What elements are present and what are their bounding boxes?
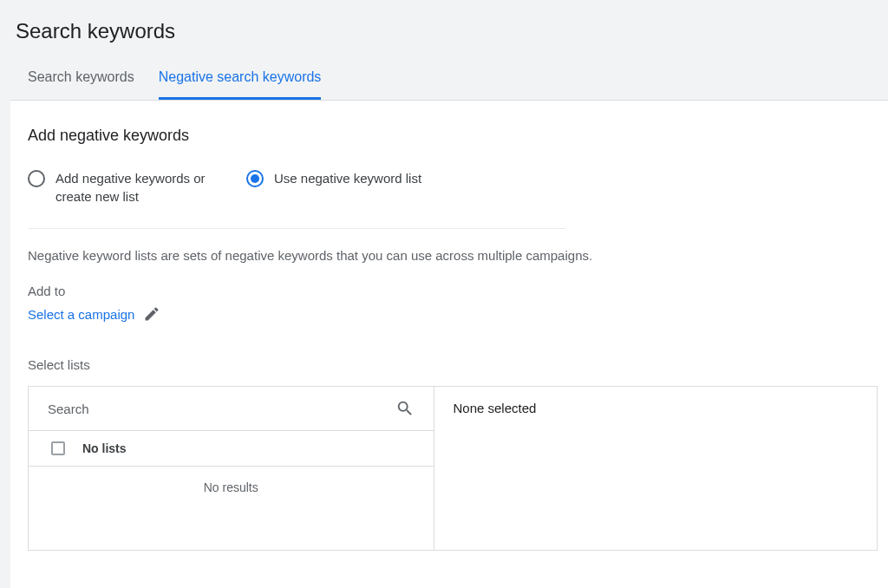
tabs: Search keywords Negative search keywords	[0, 59, 888, 100]
pencil-icon[interactable]	[143, 305, 160, 323]
radio-label: Add negative keywords or create new list	[56, 169, 227, 206]
page-title: Search keywords	[0, 0, 888, 59]
select-lists-label: Select lists	[28, 357, 888, 372]
select-campaign-row: Select a campaign	[28, 305, 888, 323]
select-campaign-link[interactable]: Select a campaign	[28, 307, 134, 322]
search-input[interactable]	[48, 402, 395, 416]
list-header: No lists	[29, 431, 434, 467]
radio-label: Use negative keyword list	[274, 169, 421, 187]
search-icon[interactable]	[395, 399, 415, 418]
panel-heading: Add negative keywords	[28, 127, 888, 145]
empty-message: No results	[29, 467, 434, 508]
main-panel: Add negative keywords Add negative keywo…	[10, 100, 888, 588]
column-header: No lists	[82, 441, 127, 455]
radio-icon	[246, 170, 264, 187]
radio-icon	[28, 170, 45, 187]
lists-available: No lists No results	[29, 387, 434, 550]
search-row	[29, 387, 434, 431]
tab-negative-search-keywords[interactable]: Negative search keywords	[159, 59, 322, 100]
help-text: Negative keyword lists are sets of negat…	[28, 248, 888, 263]
add-to-label: Add to	[28, 284, 888, 298]
lists-panel: No lists No results None selected	[28, 386, 878, 551]
radio-create-new[interactable]: Add negative keywords or create new list	[28, 169, 227, 206]
selection-status: None selected	[454, 401, 537, 415]
radio-use-list[interactable]: Use negative keyword list	[246, 169, 421, 187]
select-all-checkbox[interactable]	[51, 441, 65, 455]
radio-group: Add negative keywords or create new list…	[28, 169, 565, 229]
tab-search-keywords[interactable]: Search keywords	[28, 59, 134, 100]
lists-selected: None selected	[434, 387, 878, 550]
